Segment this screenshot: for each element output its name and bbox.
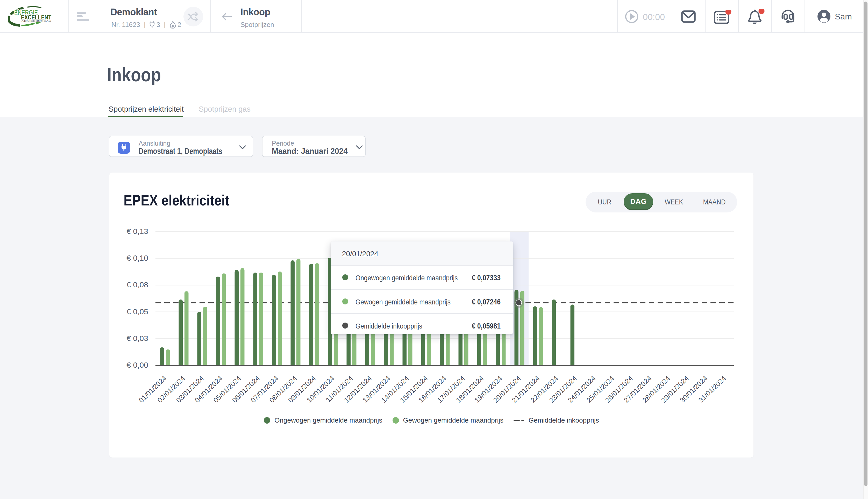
svg-text:ADVIESBUREAU: ADVIESBUREAU — [22, 20, 51, 22]
